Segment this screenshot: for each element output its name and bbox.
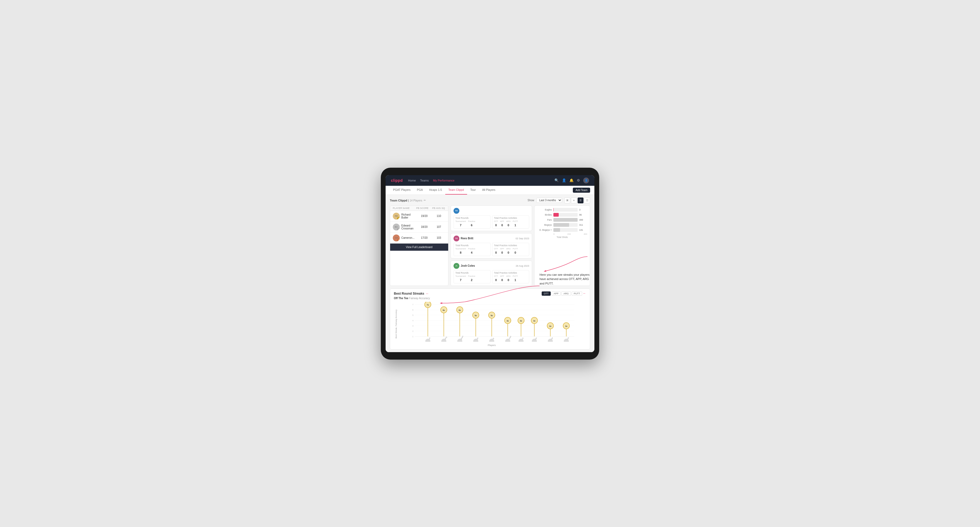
period-select[interactable]: Last 3 months	[536, 198, 562, 203]
edit-icon[interactable]: ✏	[424, 199, 426, 202]
svg-text:5x: 5x	[491, 314, 493, 316]
svg-text:7: 7	[412, 304, 414, 306]
bar-fill-bogeys	[554, 223, 569, 227]
tab-tour[interactable]: Tour	[467, 186, 479, 195]
chart-area: 7 6 5 4 3 2 1 7x E.	[397, 302, 586, 346]
bell-icon[interactable]: 🔔	[570, 178, 574, 182]
svg-text:4x: 4x	[507, 320, 509, 322]
nav-home[interactable]: Home	[408, 178, 416, 183]
pb-score-3: 17/20	[416, 237, 432, 239]
lb-col-pbavg: PB AVG SQ	[432, 207, 445, 210]
main-content: Team Clippd | 14 Players ✏ Show Last 3 m…	[386, 195, 594, 352]
search-icon[interactable]: 🔍	[554, 178, 559, 182]
svg-text:4x: 4x	[520, 320, 522, 322]
add-team-button[interactable]: Add Team	[573, 187, 590, 193]
josh-coles-date: 26 Aug 2023	[515, 265, 529, 267]
tablet-screen: clippd Home Teams My Performance 🔍 👤 🔔 ⚙…	[386, 175, 594, 352]
svg-text:3: 3	[412, 325, 414, 327]
bar-row-birdies: Birdies 96	[537, 213, 587, 217]
svg-text:7x: 7x	[427, 304, 429, 306]
bar-label-eagles: Eagles	[537, 208, 552, 211]
streaks-panel: Best Round Streaks ← OTT APP ARG PUTT ← …	[390, 289, 590, 349]
first-card-stats: Total Rounds Tournament 7 Practice 6	[453, 215, 529, 229]
filter-arg[interactable]: ARG	[562, 291, 571, 296]
player-info-3: CA 3 Cameron...	[393, 235, 416, 241]
grid-view-btn[interactable]: ⌘	[564, 197, 570, 203]
axis-200: 200	[567, 233, 571, 235]
nav-teams[interactable]: Teams	[420, 178, 429, 183]
bar-track-bogeys	[554, 223, 578, 227]
practice-activities-group: Total Practice Activities OTT 0 APP 0	[492, 215, 529, 229]
player-name-3: Cameron...	[401, 237, 414, 239]
bar-row-pars: Pars 499	[537, 218, 587, 222]
bar-track-birdies	[554, 213, 578, 217]
tab-hcaps[interactable]: Hcaps 1-5	[426, 186, 445, 195]
player-info-2: EC 2 Edward Crossman	[393, 224, 416, 230]
nav-my-performance[interactable]: My Performance	[433, 178, 455, 183]
table-row: RB 1 Richard Butler 19/20 110	[390, 211, 448, 222]
rees-practice-activities: Total Practice Activities OTT 0 APP 0	[492, 243, 529, 256]
lb-col-pbscore: PB SCORE	[416, 207, 432, 210]
settings-icon[interactable]: ⚙	[577, 178, 580, 182]
streaks-subtitle: Off The Tee Fairway Accuracy	[394, 297, 586, 300]
show-controls: Show Last 3 months ⌘ ≡ ☰ ☷	[528, 197, 590, 203]
tab-pgat-players[interactable]: PGAT Players	[390, 186, 414, 195]
first-player-card: RB Total Rounds Tournament 7	[450, 205, 532, 231]
player-avatar-3: CA 3	[393, 235, 400, 241]
logo: clippd	[391, 178, 402, 183]
streaks-title: Best Round Streaks	[394, 292, 424, 295]
streaks-header: Best Round Streaks ← OTT APP ARG PUTT ←	[394, 291, 586, 296]
list-view-btn[interactable]: ≡	[571, 197, 577, 203]
bar-fill-birdies	[554, 213, 559, 217]
first-card-avatar: RB	[453, 208, 460, 214]
player-name-2: Edward Crossman	[401, 224, 416, 230]
team-title: Team Clippd | 14 Players	[390, 199, 422, 202]
bar-row-bogeys: Bogeys 311	[537, 223, 587, 227]
filter-putt[interactable]: PUTT	[572, 291, 582, 296]
rank-badge-3: 3	[397, 239, 400, 241]
player-cards-panel: RB Total Rounds Tournament 7	[450, 205, 532, 286]
josh-coles-card: JC Josh Coles 26 Aug 2023 Total Rounds T…	[450, 260, 532, 286]
arrow-pointer-left: ←	[426, 292, 429, 295]
tab-team-clippd[interactable]: Team Clippd	[445, 186, 467, 195]
chart-view-btn[interactable]: ☷	[584, 197, 590, 203]
user-icon[interactable]: 👤	[562, 178, 566, 182]
tab-pga[interactable]: PGA	[414, 186, 426, 195]
player-name-1: Richard Butler	[401, 213, 416, 219]
nav-icons: 🔍 👤 🔔 ⚙ 👤	[554, 178, 589, 183]
avatar[interactable]: 👤	[583, 178, 589, 183]
bar-fill-pars	[554, 218, 578, 222]
pb-avg-1: 110	[432, 214, 445, 217]
bar-rows: Eagles 3 Birdies 96	[537, 208, 587, 232]
svg-text:6: 6	[412, 309, 414, 311]
pb-score-2: 18/20	[416, 225, 432, 229]
filter-app[interactable]: APP	[552, 291, 561, 296]
bar-val-bogeys: 311	[579, 224, 587, 226]
total-rounds-group: Total Rounds Tournament 7 Practice 6	[453, 215, 490, 229]
navbar: clippd Home Teams My Performance 🔍 👤 🔔 ⚙…	[386, 175, 594, 186]
bar-label-birdies: Birdies	[537, 213, 552, 216]
bar-fill-dbogeys	[554, 228, 560, 232]
y-axis-label: Best Streak, Fairway Accuracy	[394, 310, 397, 338]
rees-britt-name: Rees Britt	[461, 237, 473, 240]
streak-filter-buttons: OTT APP ARG PUTT ←	[542, 291, 586, 296]
filter-ott[interactable]: OTT	[542, 291, 551, 296]
player-avatar-1: RB 1	[393, 213, 400, 220]
rees-britt-stats: Total Rounds Tournament 8 Practice 4	[453, 243, 529, 256]
rees-britt-card: RB Rees Britt 02 Sep 2023 Total Rounds T…	[450, 233, 532, 259]
svg-text:3x: 3x	[565, 325, 568, 327]
tab-all-players[interactable]: All Players	[479, 186, 498, 195]
view-icons: ⌘ ≡ ☰ ☷	[564, 197, 590, 203]
rees-britt-avatar: RB	[453, 236, 460, 241]
josh-coles-name: Josh Coles	[461, 264, 475, 267]
svg-text:3x: 3x	[549, 325, 552, 327]
svg-text:5: 5	[412, 314, 414, 316]
lb-col-player: PLAYER NAME	[393, 207, 416, 210]
view-full-leaderboard-button[interactable]: View Full Leaderboard	[390, 243, 448, 251]
axis-400: 400	[584, 233, 587, 235]
table-view-btn[interactable]: ☰	[578, 197, 584, 203]
bar-chart-panel: Eagles 3 Birdies 96	[534, 205, 590, 286]
player-avatar-2: EC 2	[393, 224, 400, 230]
pb-score-1: 19/20	[416, 214, 432, 217]
three-col-layout: PLAYER NAME PB SCORE PB AVG SQ RB 1 Rich…	[390, 205, 590, 286]
